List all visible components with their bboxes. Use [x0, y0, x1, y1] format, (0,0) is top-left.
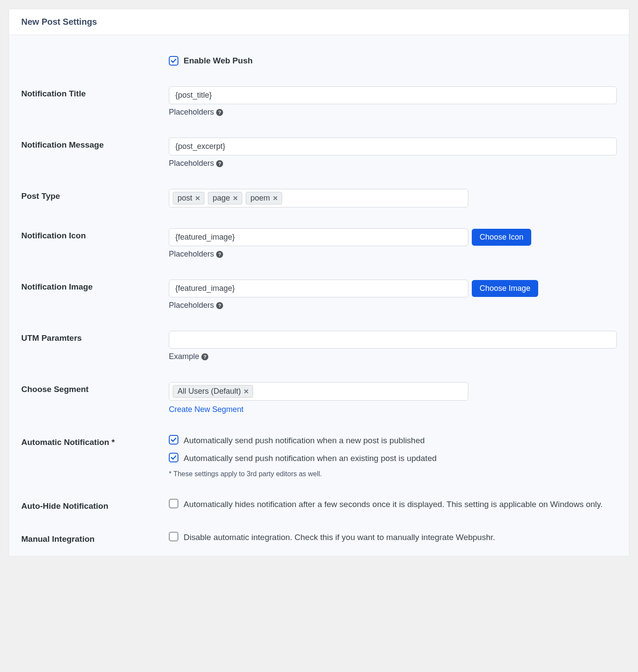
close-icon[interactable]: ✕ [243, 388, 249, 395]
enable-label: Enable Web Push [184, 56, 253, 66]
notif-icon-row: Notification Icon Choose Icon Placeholde… [21, 228, 617, 259]
notif-icon-input[interactable] [169, 228, 468, 246]
post-type-label: Post Type [21, 191, 60, 201]
tag-post[interactable]: post✕ [173, 192, 204, 204]
notif-message-helper: Placeholders ? [169, 159, 617, 168]
checkmark-icon [171, 455, 177, 461]
help-icon[interactable]: ? [201, 353, 208, 360]
auto-notif-note: * These settings apply to 3rd party edit… [169, 470, 617, 478]
panel-header: New Post Settings [9, 9, 629, 35]
notif-message-label: Notification Message [21, 140, 104, 149]
notif-message-input[interactable] [169, 138, 617, 155]
notif-title-row: Notification Title Placeholders ? [21, 86, 617, 117]
auto-hide-label: Auto-Hide Notification [21, 501, 109, 511]
notif-icon-label: Notification Icon [21, 231, 86, 240]
utm-helper: Example ? [169, 352, 617, 361]
notif-image-label: Notification Image [21, 282, 93, 291]
close-icon[interactable]: ✕ [195, 194, 201, 202]
auto-notif-label: Automatic Notification * [21, 438, 115, 447]
tag-poem[interactable]: poem✕ [246, 192, 282, 204]
settings-panel: New Post Settings Enable Web Push Notifi… [9, 9, 629, 557]
auto-hide-checkbox[interactable] [169, 499, 178, 508]
auto-update-checkbox[interactable] [169, 453, 178, 462]
choose-image-button[interactable]: Choose Image [472, 280, 538, 297]
notif-title-input[interactable] [169, 86, 617, 104]
post-type-input[interactable]: post✕ page✕ poem✕ [169, 189, 468, 208]
close-icon[interactable]: ✕ [273, 194, 278, 202]
manual-row: Manual Integration Disable automatic int… [21, 532, 617, 544]
close-icon[interactable]: ✕ [233, 194, 238, 202]
help-icon[interactable]: ? [216, 160, 223, 167]
enable-row: Enable Web Push [21, 56, 617, 66]
auto-update-label: Automatically send push notification whe… [184, 453, 437, 464]
enable-checkbox[interactable] [169, 56, 178, 66]
notif-title-label: Notification Title [21, 89, 86, 98]
utm-row: UTM Paramters Example ? [21, 331, 617, 361]
help-icon[interactable]: ? [216, 109, 223, 116]
choose-icon-button[interactable]: Choose Icon [472, 229, 531, 246]
checkmark-icon [171, 58, 177, 64]
utm-input[interactable] [169, 331, 617, 349]
create-segment-link[interactable]: Create New Segment [169, 405, 243, 414]
notif-image-row: Notification Image Choose Image Placehol… [21, 280, 617, 310]
auto-publish-label: Automatically send push notification whe… [184, 435, 425, 447]
notif-icon-helper: Placeholders ? [169, 250, 617, 259]
segment-label: Choose Segment [21, 385, 89, 394]
manual-desc: Disable automatic integration. Check thi… [184, 532, 495, 544]
auto-notif-row: Automatic Notification * Automatically s… [21, 435, 617, 478]
auto-hide-row: Auto-Hide Notification Automatically hid… [21, 499, 617, 511]
panel-body: Enable Web Push Notification Title Place… [9, 35, 629, 556]
auto-hide-desc: Automatically hides notification after a… [184, 499, 603, 511]
panel-title: New Post Settings [21, 17, 617, 27]
help-icon[interactable]: ? [216, 302, 223, 309]
segment-row: Choose Segment All Users (Default)✕ Crea… [21, 382, 617, 414]
utm-label: UTM Paramters [21, 333, 82, 343]
notif-title-helper: Placeholders ? [169, 108, 617, 117]
notif-message-row: Notification Message Placeholders ? [21, 138, 617, 168]
segment-input[interactable]: All Users (Default)✕ [169, 382, 468, 401]
tag-all-users[interactable]: All Users (Default)✕ [173, 385, 253, 398]
help-icon[interactable]: ? [216, 251, 223, 258]
manual-label: Manual Integration [21, 534, 95, 544]
tag-page[interactable]: page✕ [208, 192, 242, 204]
notif-image-helper: Placeholders ? [169, 301, 617, 310]
checkmark-icon [171, 437, 177, 443]
manual-checkbox[interactable] [169, 532, 178, 541]
post-type-row: Post Type post✕ page✕ poem✕ [21, 189, 617, 208]
auto-publish-checkbox[interactable] [169, 435, 178, 445]
notif-image-input[interactable] [169, 280, 468, 297]
